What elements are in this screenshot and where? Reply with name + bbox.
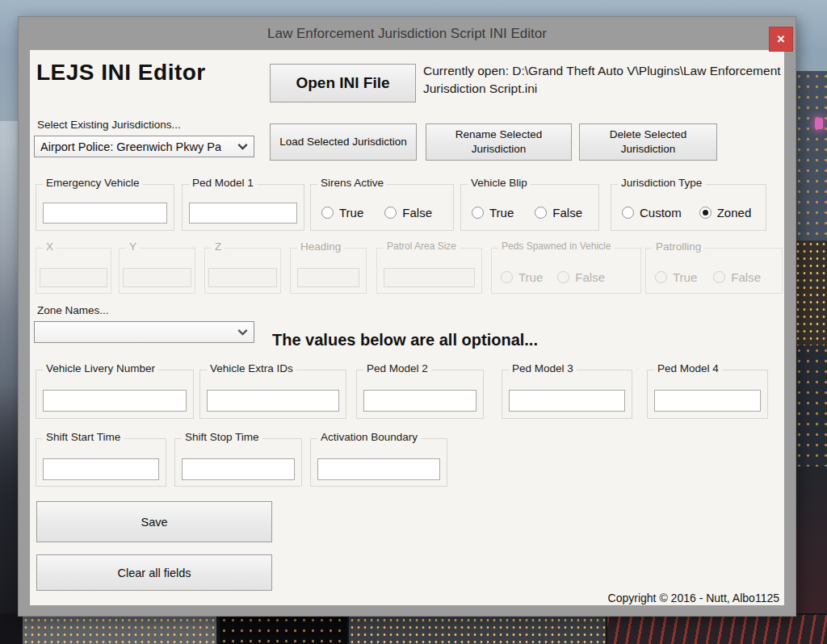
client-area: LEJS INI Editor Open INI File Currently …: [30, 50, 784, 605]
ped-model-2-input[interactable]: [363, 390, 476, 412]
emergency-vehicle-input[interactable]: [43, 203, 167, 224]
close-icon: ✕: [777, 34, 786, 44]
jurisdictions-label: Select Existing Jurisdictions...: [37, 119, 181, 131]
rename-jurisdiction-button[interactable]: Rename Selected Jurisdiction: [426, 123, 572, 161]
city-building: [795, 345, 827, 466]
ped-model-4-input[interactable]: [654, 390, 761, 412]
radio-icon[interactable]: [384, 207, 397, 219]
radio-icon: [713, 271, 725, 283]
ped-model-3-label: Ped Model 3: [509, 362, 577, 374]
vehicle-livery-input[interactable]: [43, 390, 187, 412]
chevron-down-icon: [237, 143, 248, 150]
screen: Law Enforcement Jurisdiction Script INI …: [0, 0, 827, 644]
close-button[interactable]: ✕: [769, 27, 793, 52]
ped-model-1-input[interactable]: [189, 203, 297, 224]
ped-model-4-label: Ped Model 4: [654, 362, 722, 374]
z-input: [208, 268, 277, 287]
emergency-vehicle-label: Emergency Vehicle: [43, 177, 143, 189]
city-building: [220, 615, 347, 644]
shift-stop-group: Shift Stop Time: [174, 438, 302, 487]
blip-true-radio[interactable]: True: [472, 206, 514, 220]
titlebar[interactable]: Law Enforcement Jurisdiction Script INI …: [19, 17, 796, 50]
ped-model-2-group: Ped Model 2: [356, 370, 484, 419]
shift-start-input[interactable]: [43, 458, 159, 480]
window-title: Law Enforcement Jurisdiction Script INI …: [19, 17, 796, 50]
patrol-area-size-label: Patrol Area Size: [384, 240, 460, 252]
clear-all-fields-button[interactable]: Clear all fields: [36, 554, 272, 591]
jurisdictions-select[interactable]: Airport Police: Greenwich Pkwy Pa: [34, 136, 254, 157]
peds-spawned-radios: True False: [501, 270, 605, 284]
vehicle-livery-label: Vehicle Livery Number: [43, 362, 158, 374]
radio-icon[interactable]: [699, 207, 712, 219]
zone-names-select[interactable]: [34, 321, 254, 343]
radio-icon: [655, 271, 667, 283]
activation-boundary-group: Activation Boundary: [310, 438, 447, 487]
save-button[interactable]: Save: [36, 501, 272, 542]
ped-model-1-group: Ped Model 1: [182, 184, 304, 231]
sirens-false-radio[interactable]: False: [384, 206, 432, 220]
y-label: Y: [126, 240, 140, 253]
radio-icon[interactable]: [535, 207, 547, 219]
heading-group: Heading: [290, 248, 367, 294]
ped-model-1-label: Ped Model 1: [189, 177, 257, 189]
copyright-text: Copyright © 2016 - Nutt, Albo1125: [608, 592, 779, 604]
peds-spawned-label: Peds Spawned in Vehicle: [498, 240, 614, 252]
custom-radio[interactable]: Custom: [622, 206, 682, 220]
shift-start-label: Shift Start Time: [43, 431, 124, 443]
sirens-active-label: Sirens Active: [317, 177, 387, 189]
radio-icon[interactable]: [321, 207, 334, 219]
city-street: [795, 466, 827, 615]
optional-note: The values below are all optional...: [272, 331, 538, 349]
app-window: Law Enforcement Jurisdiction Script INI …: [18, 16, 796, 617]
patrolling-true-radio: True: [655, 270, 697, 284]
currently-open-path: Currently open: D:\Grand Theft Auto V\Pl…: [423, 62, 788, 98]
city-building: [349, 617, 606, 644]
activation-boundary-input[interactable]: [317, 458, 440, 480]
shift-stop-input[interactable]: [182, 458, 295, 480]
vehicle-extra-ids-input[interactable]: [207, 390, 339, 412]
patrolling-group: Patrolling True False: [645, 248, 783, 294]
vehicle-blip-group: Vehicle Blip True False: [460, 184, 599, 231]
heading-label: Heading: [297, 240, 344, 253]
patrol-area-size-input: [384, 268, 475, 287]
zone-names-label: Zone Names...: [37, 304, 109, 316]
x-input: [40, 268, 107, 287]
zoned-radio[interactable]: Zoned: [699, 206, 752, 220]
city-light: [815, 118, 823, 129]
city-road: [607, 615, 827, 644]
z-group: Z: [204, 248, 281, 294]
chevron-down-icon: [237, 328, 248, 336]
patrol-area-size-group: Patrol Area Size: [376, 248, 482, 294]
y-group: Y: [119, 248, 195, 294]
vehicle-blip-radios: True False: [472, 206, 582, 220]
jurisdiction-type-radios: Custom Zoned: [622, 206, 751, 220]
delete-jurisdiction-button[interactable]: Delete Selected Jurisdiction: [579, 123, 717, 161]
load-jurisdiction-button[interactable]: Load Selected Jurisdiction: [270, 123, 417, 161]
ped-model-3-group: Ped Model 3: [502, 370, 632, 419]
blip-false-radio[interactable]: False: [535, 206, 582, 220]
vehicle-livery-group: Vehicle Livery Number: [36, 370, 194, 419]
vehicle-extra-ids-group: Vehicle Extra IDs: [199, 370, 346, 419]
radio-icon[interactable]: [622, 207, 634, 219]
jurisdiction-type-group: Jurisdiction Type Custom Zoned: [611, 184, 766, 231]
city-building: [23, 617, 216, 644]
patrolling-false-radio: False: [713, 270, 761, 284]
sirens-active-radios: True False: [321, 206, 432, 220]
sirens-true-radio[interactable]: True: [321, 206, 363, 220]
jurisdiction-type-label: Jurisdiction Type: [618, 177, 705, 189]
peds-spawned-group: Peds Spawned in Vehicle True False: [491, 248, 641, 294]
radio-icon: [501, 271, 513, 283]
activation-boundary-label: Activation Boundary: [317, 431, 421, 443]
city-building: [795, 240, 827, 345]
open-ini-file-button[interactable]: Open INI File: [270, 64, 416, 102]
ped-model-4-group: Ped Model 4: [647, 370, 768, 419]
sirens-active-group: Sirens Active True False: [310, 184, 454, 231]
patrolling-label: Patrolling: [653, 240, 704, 253]
city-building: [0, 386, 18, 644]
shift-start-group: Shift Start Time: [36, 438, 166, 487]
ped-model-2-label: Ped Model 2: [363, 362, 431, 374]
radio-icon[interactable]: [472, 207, 484, 219]
jurisdictions-selected-value: Airport Police: Greenwich Pkwy Pa: [40, 140, 221, 153]
heading-input: [297, 268, 359, 287]
ped-model-3-input[interactable]: [509, 390, 625, 412]
